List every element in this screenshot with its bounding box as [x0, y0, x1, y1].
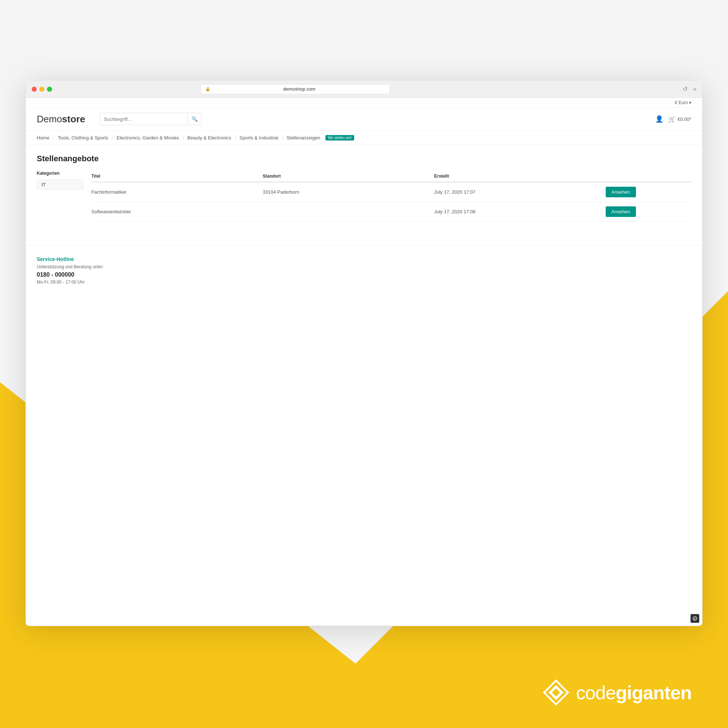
url-text: demoshop.com	[213, 86, 385, 92]
shop-footer: Service-Hotline Unterstützung und Beratu…	[26, 245, 702, 292]
footer-support-text: Unterstützung und Beratung unter:	[37, 264, 691, 269]
job-location-1: 33104 Paderborn	[263, 189, 434, 195]
table-row: Softwareentwickler July 17, 2020 17:08 A…	[91, 202, 691, 222]
nav-item-stellenanzeigen[interactable]: Stellenanzeigen	[283, 134, 324, 141]
jobs-sidebar: Kategorien IT	[37, 171, 84, 222]
browser-chrome: 🔒 demoshop.com ↺ ≡	[26, 80, 702, 98]
jobs-layout: Kategorien IT Titel Standort Erstellt	[37, 171, 691, 222]
ansehen-button-1[interactable]: Ansehen	[606, 187, 636, 197]
search-input[interactable]	[100, 113, 187, 125]
job-action-2: Ansehen	[606, 206, 691, 217]
col-header-action	[606, 174, 691, 179]
logo-light: Demo	[37, 113, 62, 124]
job-title-1: Fachinformatiker	[91, 189, 263, 195]
refresh-icon[interactable]: ↺	[683, 86, 688, 92]
close-button[interactable]	[32, 87, 37, 92]
job-title-2: Softwareentwickler	[91, 209, 263, 214]
menu-icon[interactable]: ≡	[693, 86, 696, 92]
nav-badge-hiring: Wir stellen ein!	[326, 135, 355, 141]
browser-window: 🔒 demoshop.com ↺ ≡ € Euro ▾ Demostore	[26, 80, 702, 626]
minimize-button[interactable]	[39, 87, 44, 92]
lock-icon: 🔒	[205, 87, 210, 91]
main-content: Stellenangebote Kategorien IT Titel Stan…	[26, 145, 702, 230]
svg-text:P: P	[694, 617, 696, 621]
page-title: Stellenangebote	[37, 154, 691, 164]
bottom-branding: codegiganten	[542, 679, 691, 706]
cart-icon: 🛒	[668, 116, 676, 123]
footer-hours: Mo-Fr, 09:00 - 17:00 Uhr	[37, 280, 691, 284]
job-action-1: Ansehen	[606, 187, 691, 197]
shop-header: Demostore 🔍 👤 🛒 €0.00*	[26, 108, 702, 131]
nav-item-beauty[interactable]: Beauty & Electronics	[184, 134, 235, 141]
brand-logo: codegiganten	[542, 679, 691, 706]
col-header-standort: Standort	[263, 174, 434, 179]
sidebar-title: Kategorien	[37, 171, 84, 176]
shop-logo: Demostore	[37, 113, 85, 125]
col-header-erstellt: Erstellt	[434, 174, 606, 179]
table-row: Fachinformatiker 33104 Paderborn July 17…	[91, 182, 691, 202]
table-header: Titel Standort Erstellt	[91, 171, 691, 182]
search-bar: 🔍	[100, 113, 202, 125]
nav-item-tools[interactable]: Tools, Clothing & Sports	[54, 134, 112, 141]
job-created-2: July 17, 2020 17:08	[434, 209, 606, 214]
traffic-lights	[32, 87, 52, 92]
cart-price: €0.00*	[678, 116, 691, 122]
ansehen-button-2[interactable]: Ansehen	[606, 206, 636, 217]
footer-phone: 0180 - 000000	[37, 272, 691, 278]
browser-content: € Euro ▾ Demostore 🔍 👤 🛒 €0.00*	[26, 98, 702, 626]
nav-item-electronics[interactable]: Electronics, Garden & Movies	[113, 134, 183, 141]
header-icons: 👤 🛒 €0.00*	[655, 115, 691, 123]
maximize-button[interactable]	[47, 87, 52, 92]
search-button[interactable]: 🔍	[187, 113, 201, 125]
brand-name: codegiganten	[576, 682, 691, 704]
job-created-1: July 17, 2020 17:07	[434, 189, 606, 195]
account-icon[interactable]: 👤	[655, 115, 663, 123]
nav-item-home[interactable]: Home	[37, 134, 53, 141]
currency-selector[interactable]: € Euro ▾	[675, 100, 691, 105]
logo-bold: store	[62, 113, 85, 124]
footer-hotline-title: Service-Hotline	[37, 256, 691, 262]
nav-item-sports[interactable]: Sports & Industrial	[236, 134, 282, 141]
main-navigation: Home / Tools, Clothing & Sports / Electr…	[26, 131, 702, 145]
address-bar[interactable]: 🔒 demoshop.com	[200, 84, 390, 94]
sidebar-item-it[interactable]: IT	[37, 179, 84, 190]
plugin-icon[interactable]: P	[691, 614, 699, 623]
cart-area[interactable]: 🛒 €0.00*	[668, 116, 691, 123]
col-header-titel: Titel	[91, 174, 263, 179]
top-bar: € Euro ▾	[26, 98, 702, 108]
diamond-icon	[542, 679, 570, 706]
jobs-table: Titel Standort Erstellt Fachinformatiker…	[91, 171, 691, 222]
